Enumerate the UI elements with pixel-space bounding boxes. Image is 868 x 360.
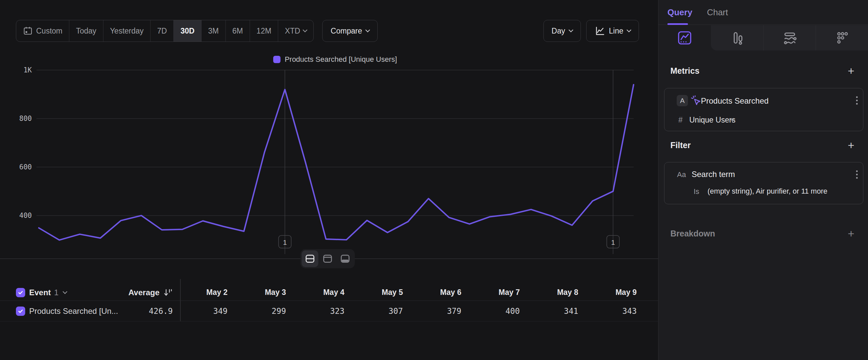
analytics-app: Custom Today Yesterday 7D 30D 3M 6M 12M … bbox=[0, 0, 868, 360]
active-tab-underline bbox=[668, 23, 688, 25]
date-range-label: 3M bbox=[208, 27, 219, 35]
table-day-header: May 2 bbox=[180, 284, 238, 301]
tab-chart[interactable]: Chart bbox=[707, 7, 728, 18]
date-range-7d[interactable]: 7D bbox=[151, 20, 174, 41]
table-day-value: 379 bbox=[414, 301, 472, 321]
y-tick-label: 400 bbox=[19, 212, 32, 220]
date-range-yesterday[interactable]: Yesterday bbox=[103, 20, 151, 41]
chart-type-label: Line bbox=[609, 27, 623, 35]
filter-value: (empty string), Air purifier, or 11 more bbox=[708, 187, 828, 196]
date-range-xtd[interactable]: XTD bbox=[278, 20, 313, 41]
metric-card[interactable]: A Products Searched # Unique Users bbox=[664, 88, 863, 131]
granularity-dropdown[interactable]: Day bbox=[544, 20, 581, 42]
date-range-custom[interactable]: Custom bbox=[16, 20, 69, 41]
chart-type-dropdown[interactable]: Line bbox=[586, 20, 639, 42]
report-canvas: Custom Today Yesterday 7D 30D 3M 6M 12M … bbox=[0, 0, 658, 360]
aggregation-label: Unique Users bbox=[689, 116, 735, 124]
legend-item[interactable]: Products Searched [Unique Users] bbox=[273, 55, 397, 64]
day-headers: May 2May 3May 4May 5May 6May 7May 8May 9 bbox=[180, 284, 648, 301]
hash-icon: # bbox=[678, 116, 683, 124]
sort-descending-icon[interactable] bbox=[163, 287, 173, 298]
report-type-tabs bbox=[658, 25, 868, 51]
add-breakdown-button[interactable]: + bbox=[845, 228, 857, 239]
granularity-label: Day bbox=[552, 27, 565, 35]
breakdown-table: Event 1 Average May 2May 3May 4May 5May … bbox=[0, 284, 658, 322]
date-range-3m[interactable]: 3M bbox=[202, 20, 226, 41]
event-cursor-icon bbox=[690, 95, 702, 106]
series-letter-badge: A bbox=[677, 95, 688, 106]
table-header-row: Event 1 Average May 2May 3May 4May 5May … bbox=[0, 284, 658, 301]
date-range-6m[interactable]: 6M bbox=[226, 20, 250, 41]
layout-chart-view-button[interactable] bbox=[319, 250, 336, 267]
average-value: 426.9 bbox=[149, 307, 173, 316]
table-day-value: 307 bbox=[355, 301, 414, 321]
date-range-label: 7D bbox=[157, 27, 167, 35]
breakdown-header: Breakdown bbox=[671, 229, 715, 239]
svg-text:1: 1 bbox=[611, 239, 615, 246]
layout-split-view-button[interactable] bbox=[302, 250, 318, 267]
tab-insights[interactable] bbox=[658, 25, 711, 51]
table-day-header: May 9 bbox=[589, 284, 648, 301]
line-chart: 1K800600400200May 2May 4May 6May 8May 10… bbox=[0, 65, 658, 254]
date-range-12m[interactable]: 12M bbox=[250, 20, 279, 41]
table-day-header: May 6 bbox=[414, 284, 472, 301]
date-range-label: XTD bbox=[285, 27, 300, 35]
date-range-label: 30D bbox=[180, 27, 194, 35]
panel-tabs: Query Chart bbox=[658, 0, 868, 25]
chevron-down-icon bbox=[627, 28, 631, 32]
metrics-header: Metrics bbox=[671, 66, 700, 76]
y-tick-label: 600 bbox=[19, 163, 32, 171]
table-day-value: 400 bbox=[472, 301, 530, 321]
table-day-value: 343 bbox=[589, 301, 648, 321]
compare-label: Compare bbox=[331, 27, 362, 35]
date-range-label: Custom bbox=[36, 27, 62, 35]
table-day-value: 323 bbox=[297, 301, 355, 321]
tab-funnels[interactable] bbox=[711, 25, 763, 51]
metric-event-name: Products Searched bbox=[701, 96, 769, 106]
date-range-label: Yesterday bbox=[110, 27, 144, 35]
aggregation-row[interactable]: # Unique Users bbox=[664, 114, 863, 126]
chevron-down-icon bbox=[365, 28, 370, 32]
date-range-segmented-control: Custom Today Yesterday 7D 30D 3M 6M 12M … bbox=[16, 20, 314, 42]
date-range-label: 6M bbox=[232, 27, 243, 35]
metric-options-menu[interactable] bbox=[856, 96, 858, 105]
table-day-header: May 5 bbox=[355, 284, 414, 301]
chevron-down-icon bbox=[568, 28, 573, 32]
filter-property-name: Search term bbox=[692, 170, 735, 179]
layout-table-view-button[interactable] bbox=[337, 250, 353, 267]
tab-flows[interactable] bbox=[763, 25, 816, 51]
filter-card[interactable]: Aa Search term Is (empty string), Air pu… bbox=[664, 162, 863, 204]
table-day-header: May 8 bbox=[531, 284, 589, 301]
table-day-value: 299 bbox=[238, 301, 297, 321]
average-column-header: Average bbox=[0, 284, 173, 301]
y-tick-label: 1K bbox=[24, 66, 32, 74]
chart-controls: Day Line bbox=[544, 20, 639, 42]
compare-button[interactable]: Compare bbox=[322, 20, 378, 42]
chart-line bbox=[39, 85, 633, 240]
table-day-value: 349 bbox=[180, 301, 238, 321]
chevron-down-icon bbox=[303, 28, 307, 32]
legend-swatch bbox=[273, 56, 280, 63]
add-metric-button[interactable]: + bbox=[845, 65, 857, 76]
layout-toggle-group bbox=[300, 249, 355, 268]
date-toolbar: Custom Today Yesterday 7D 30D 3M 6M 12M … bbox=[16, 20, 639, 42]
add-filter-button[interactable]: + bbox=[845, 139, 857, 151]
calendar-icon bbox=[23, 26, 33, 36]
filter-options-menu[interactable] bbox=[856, 170, 858, 179]
legend-label: Products Searched [Unique Users] bbox=[285, 55, 397, 64]
date-range-today[interactable]: Today bbox=[69, 20, 103, 41]
filter-operator: Is bbox=[693, 187, 699, 196]
tab-query[interactable]: Query bbox=[668, 7, 692, 18]
table-day-value: 341 bbox=[531, 301, 589, 321]
average-header-label: Average bbox=[128, 288, 159, 297]
query-panel: Query Chart Metrics + A bbox=[658, 0, 868, 360]
table-row: Products Searched [Un... 426.9 349299323… bbox=[0, 301, 658, 322]
filter-condition-row[interactable]: Is (empty string), Air purifier, or 11 m… bbox=[664, 187, 863, 199]
date-range-30d[interactable]: 30D bbox=[174, 20, 201, 41]
filter-header: Filter bbox=[671, 140, 691, 150]
tab-retention[interactable] bbox=[816, 25, 868, 51]
date-range-label: Today bbox=[76, 27, 96, 35]
y-tick-label: 800 bbox=[19, 115, 32, 122]
string-type-icon: Aa bbox=[677, 170, 686, 179]
date-range-label: 12M bbox=[257, 27, 272, 35]
